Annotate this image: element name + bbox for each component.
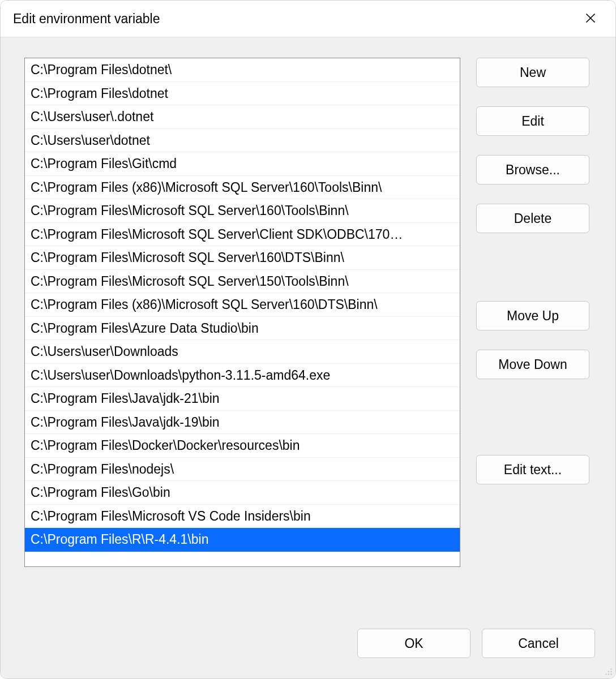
cancel-button[interactable]: Cancel	[482, 629, 595, 658]
dialog-body: C:\Program Files\dotnet\C:\Program Files…	[1, 37, 615, 678]
list-item[interactable]: C:\Program Files\Java\jdk-21\bin	[25, 387, 460, 411]
edit-button[interactable]: Edit	[476, 106, 589, 136]
list-item[interactable]: C:\Users\user\dotnet	[25, 129, 460, 153]
svg-point-1	[608, 671, 609, 672]
delete-button[interactable]: Delete	[476, 204, 589, 233]
list-item[interactable]: C:\Users\user\.dotnet	[25, 105, 460, 129]
close-button[interactable]	[575, 7, 606, 30]
list-item[interactable]: C:\Program Files\Azure Data Studio\bin	[25, 317, 460, 341]
list-item[interactable]: C:\Program Files\nodejs\	[25, 458, 460, 482]
svg-point-5	[610, 673, 611, 674]
footer-row: OK Cancel	[24, 629, 595, 658]
list-item[interactable]: C:\Program Files\Go\bin	[25, 481, 460, 505]
list-item[interactable]: C:\Users\user\Downloads	[25, 340, 460, 364]
svg-point-0	[610, 668, 611, 669]
svg-point-3	[605, 673, 606, 674]
list-item[interactable]: C:\Program Files\R\R-4.4.1\bin	[25, 528, 460, 552]
list-item[interactable]: C:\Program Files\Microsoft VS Code Insid…	[25, 505, 460, 528]
list-item[interactable]: C:\Program Files\Microsoft SQL Server\16…	[25, 246, 460, 270]
list-item[interactable]: C:\Program Files\Microsoft SQL Server\15…	[25, 270, 460, 294]
list-item[interactable]: C:\Program Files (x86)\Microsoft SQL Ser…	[25, 176, 460, 200]
list-item[interactable]: C:\Program Files\Microsoft SQL Server\Cl…	[25, 223, 460, 247]
list-item[interactable]: C:\Program Files\Git\cmd	[25, 152, 460, 176]
resize-grip-icon[interactable]	[604, 667, 614, 677]
browse-button[interactable]: Browse...	[476, 155, 589, 184]
move-down-button[interactable]: Move Down	[476, 350, 589, 379]
list-item[interactable]: C:\Program Files\Microsoft SQL Server\16…	[25, 199, 460, 223]
button-column: New Edit Browse... Delete Move Up Move D…	[476, 58, 589, 601]
close-icon	[585, 12, 596, 25]
edit-text-button[interactable]: Edit text...	[476, 455, 589, 484]
list-item[interactable]: C:\Program Files\dotnet\	[25, 58, 460, 82]
list-item[interactable]: C:\Program Files\Java\jdk-19\bin	[25, 411, 460, 435]
dialog-title: Edit environment variable	[13, 11, 575, 27]
content-row: C:\Program Files\dotnet\C:\Program Files…	[24, 58, 595, 601]
titlebar: Edit environment variable	[1, 1, 615, 37]
new-button[interactable]: New	[476, 58, 589, 87]
path-listbox[interactable]: C:\Program Files\dotnet\C:\Program Files…	[24, 58, 460, 567]
list-item[interactable]: C:\Program Files (x86)\Microsoft SQL Ser…	[25, 293, 460, 317]
ok-button[interactable]: OK	[357, 629, 470, 658]
svg-point-2	[610, 671, 611, 672]
dialog-window: Edit environment variable C:\Program Fil…	[0, 0, 616, 679]
list-item[interactable]: C:\Program Files\Docker\Docker\resources…	[25, 434, 460, 458]
svg-point-4	[608, 673, 609, 674]
list-item[interactable]: C:\Users\user\Downloads\python-3.11.5-am…	[25, 364, 460, 388]
list-item[interactable]: C:\Program Files\dotnet	[25, 82, 460, 106]
move-up-button[interactable]: Move Up	[476, 301, 589, 330]
